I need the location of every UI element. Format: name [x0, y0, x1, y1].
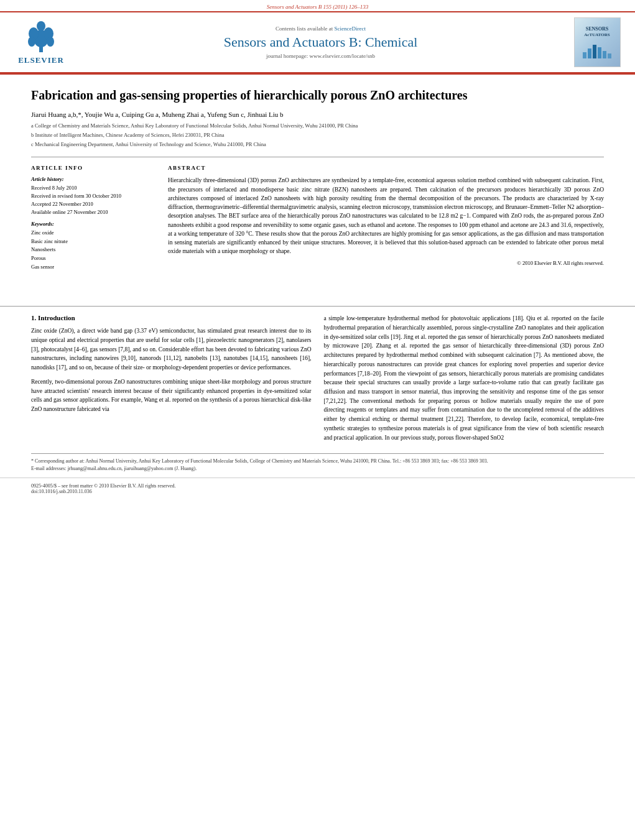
doi-line: doi:10.1016/j.snb.2010.11.036	[31, 489, 604, 494]
affiliations: a College of Chemistry and Materials Sci…	[31, 122, 604, 148]
sensors-text-line1: SENSORS	[584, 26, 610, 32]
body-divider	[0, 306, 635, 307]
copyright-text: © 2010 Elsevier B.V. All rights reserved…	[168, 260, 604, 266]
affiliation-c: c Mechanical Engineering Department, Anh…	[31, 141, 604, 149]
keyword-5: Gas sensor	[31, 263, 155, 272]
keywords-section: Keywords: Zinc oxide Basic zinc nitrate …	[31, 221, 155, 271]
keyword-3: Nanosheets	[31, 246, 155, 254]
citation-text: Sensors and Actuators B 155 (2011) 126–1…	[267, 4, 369, 10]
authors-line: Jiarui Huang a,b,*, Youjie Wu a, Cuiping…	[31, 111, 604, 118]
body-right-column: a simple low-temperature hydrothermal me…	[324, 314, 605, 447]
footnote-section: * Corresponding author at: Anhui Normal …	[31, 453, 604, 473]
journal-title: Sensors and Actuators B: Chemical	[72, 34, 569, 50]
abstract-heading: ABSTRACT	[168, 165, 604, 171]
accepted-date: Accepted 22 November 2010	[31, 200, 155, 208]
sensors-decoration-icon	[582, 40, 613, 58]
article-title: Fabrication and gas-sensing properties o…	[31, 87, 604, 103]
article-info-column: ARTICLE INFO Article history: Received 8…	[31, 165, 155, 276]
sensors-text-line2: AcTUATORS	[584, 32, 610, 37]
revised-date: Received in revised form 30 October 2010	[31, 192, 155, 200]
abstract-text: Hierarchically three-dimensional (3D) po…	[168, 176, 604, 256]
introduction-heading: 1. Introduction	[31, 314, 312, 321]
keyword-2: Basic zinc nitrate	[31, 238, 155, 246]
received-date: Received 8 July 2010	[31, 184, 155, 192]
citation-header: Sensors and Actuators B 155 (2011) 126–1…	[0, 0, 635, 11]
journal-banner: ELSEVIER Contents lists available at Sci…	[0, 11, 635, 73]
svg-rect-8	[588, 48, 591, 58]
article-history: Article history: Received 8 July 2010 Re…	[31, 176, 155, 216]
issn-line: 0925-4005/$ – see front matter © 2010 El…	[31, 483, 604, 489]
svg-point-5	[28, 37, 35, 47]
elsevier-wordmark: ELSEVIER	[18, 55, 64, 65]
authors-text: Jiarui Huang a,b,*, Youjie Wu a, Cuiping…	[31, 111, 284, 118]
article-content: Fabrication and gas-sensing properties o…	[0, 75, 635, 298]
history-label: Article history:	[31, 176, 155, 182]
intro-paragraph-2: Recently, two-dimensional porous ZnO nan…	[31, 377, 312, 414]
journal-homepage: journal homepage: www.elsevier.com/locat…	[72, 53, 569, 59]
page: Sensors and Actuators B 155 (2011) 126–1…	[0, 0, 635, 840]
elsevier-tree-icon	[22, 20, 60, 54]
body-left-column: 1. Introduction Zinc oxide (ZnO), a dire…	[31, 314, 312, 447]
affiliation-b: b Institute of Intelligent Machines, Chi…	[31, 131, 604, 139]
svg-point-6	[47, 37, 54, 47]
keywords-list: Zinc oxide Basic zinc nitrate Nanosheets…	[31, 229, 155, 271]
body-content: 1. Introduction Zinc oxide (ZnO), a dire…	[0, 314, 635, 447]
journal-info: Contents lists available at ScienceDirec…	[72, 25, 569, 59]
sensors-actuators-logo: SENSORS AcTUATORS	[569, 17, 625, 67]
affiliation-a: a College of Chemistry and Materials Sci…	[31, 122, 604, 130]
corresponding-author-note: * Corresponding author at: Anhui Normal …	[31, 458, 604, 465]
page-footer: 0925-4005/$ – see front matter © 2010 El…	[0, 478, 635, 501]
keyword-1: Zinc oxide	[31, 229, 155, 238]
svg-rect-10	[598, 47, 601, 58]
svg-rect-11	[603, 51, 606, 58]
svg-rect-7	[583, 52, 586, 58]
svg-rect-9	[593, 45, 596, 58]
intro-paragraph-3: a simple low-temperature hydrothermal me…	[324, 314, 605, 442]
sciencedirect-label: Contents lists available at ScienceDirec…	[72, 25, 569, 32]
online-date: Available online 27 November 2010	[31, 208, 155, 216]
keywords-label: Keywords:	[31, 221, 155, 227]
elsevier-logo: ELSEVIER	[10, 20, 72, 65]
article-info-heading: ARTICLE INFO	[31, 165, 155, 171]
intro-paragraph-1: Zinc oxide (ZnO), a direct wide band gap…	[31, 326, 312, 372]
abstract-section: ABSTRACT Hierarchically three-dimensiona…	[168, 165, 604, 276]
svg-rect-12	[608, 53, 611, 58]
email-note: E-mail addresses: jrhuang@mail.ahnu.edu.…	[31, 465, 604, 473]
keyword-4: Porous	[31, 254, 155, 263]
info-abstract-section: ARTICLE INFO Article history: Received 8…	[31, 157, 604, 276]
svg-point-4	[37, 21, 45, 31]
